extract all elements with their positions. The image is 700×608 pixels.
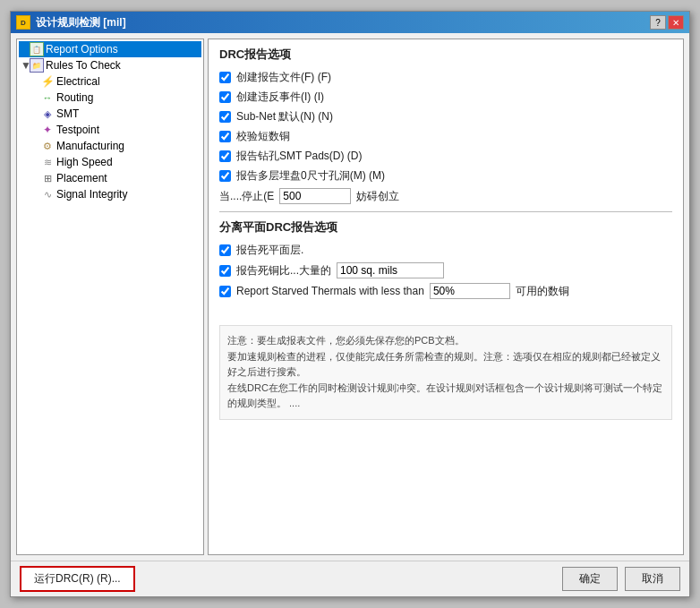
sidebar-item-manufacturing[interactable]: ⚙ Manufacturing [19, 138, 201, 154]
note-box: 注意：要生成报表文件，您必须先保存您的PCB文档。 要加速规则检查的进程，仅使能… [219, 325, 672, 420]
create-report-row: 创建报告文件(F) (F) [219, 70, 672, 85]
stop-value-input[interactable] [279, 188, 351, 204]
note-text: 注意：要生成报表文件，您必须先保存您的PCB文档。 要加速规则检查的进程，仅使能… [227, 333, 664, 412]
main-window: D 设计规则检测 [mil] ? ✕ 📋 Report Options ▼ 📁 … [10, 11, 690, 597]
planes-section-title: 分离平面DRC报告选项 [219, 219, 672, 235]
smt-icon: ◈ [40, 107, 55, 121]
sidebar-item-smt-label: SMT [56, 107, 79, 120]
create-violations-label: 创建违反事件(I) (I) [236, 90, 324, 105]
window-title: 设计规则检测 [mil] [36, 15, 126, 30]
main-content: 📋 Report Options ▼ 📁 Rules To Check ⚡ El… [11, 33, 689, 561]
rules-to-check-icon: 📁 [30, 58, 44, 73]
report-multilayer-row: 报告多层埋盘0尺寸孔洞(M) (M) [219, 168, 672, 184]
report-dead-planes-checkbox[interactable] [219, 244, 231, 256]
window-icon: D [16, 15, 30, 30]
report-starved-large-checkbox[interactable] [219, 265, 231, 277]
stop-label: 当....停止(E [219, 189, 274, 204]
create-violations-checkbox[interactable] [219, 91, 231, 103]
report-multilayer-label: 报告多层埋盘0尺寸孔洞(M) (M) [236, 168, 385, 184]
report-options-icon: 📋 [30, 42, 44, 56]
ok-cancel-group: 确定 取消 [562, 567, 680, 591]
ok-button[interactable]: 确定 [562, 567, 618, 591]
stop-row: 当....停止(E 妨碍创立 [219, 188, 672, 204]
title-bar: D 设计规则检测 [mil] ? ✕ [11, 12, 689, 33]
sidebar-item-high-speed[interactable]: ≋ High Speed [19, 154, 201, 170]
sidebar-item-routing[interactable]: ↔ Routing [19, 90, 201, 106]
report-starved-large-label: 报告死铜比...大量的 [236, 263, 331, 278]
verify-short-label: 校验短数铜 [236, 129, 290, 144]
help-button[interactable]: ? [650, 15, 666, 30]
report-starved-thermals-row: Report Starved Thermals with less than 可… [219, 283, 672, 299]
stop-suffix: 妨碍创立 [356, 189, 399, 204]
report-smt-label: 报告钻孔SMT Pads(D) (D) [236, 149, 362, 164]
sidebar-item-placement-label: Placement [56, 172, 107, 184]
subnet-row: Sub-Net 默认(N) (N) [219, 109, 672, 124]
run-drc-button[interactable]: 运行DRC(R) (R)... [20, 566, 135, 592]
sidebar-item-highspeed-label: High Speed [56, 156, 113, 168]
sidebar-item-report-label: Report Options [46, 43, 118, 56]
testpoint-icon: ✦ [40, 123, 55, 137]
drc-section-title: DRC报告选项 [219, 47, 672, 63]
placement-icon: ⊞ [40, 171, 55, 185]
verify-short-row: 校验短数铜 [219, 129, 672, 144]
bottom-bar: 运行DRC(R) (R)... 确定 取消 [11, 561, 689, 596]
signal-icon: ∿ [40, 187, 55, 201]
sidebar-item-electrical-label: Electrical [56, 75, 100, 88]
report-dead-planes-row: 报告死平面层. [219, 243, 672, 258]
sidebar-item-rules-to-check[interactable]: ▼ 📁 Rules To Check [19, 57, 201, 73]
manufacturing-icon: ⚙ [40, 139, 55, 153]
sidebar-item-routing-label: Routing [56, 91, 93, 104]
routing-icon: ↔ [40, 90, 55, 105]
report-starved-suffix: 可用的数铜 [516, 284, 569, 299]
report-smt-checkbox[interactable] [219, 150, 231, 162]
sidebar-item-manufacturing-label: Manufacturing [56, 140, 124, 152]
sidebar-item-placement[interactable]: ⊞ Placement [19, 170, 201, 186]
create-violations-row: 创建违反事件(I) (I) [219, 90, 672, 105]
highspeed-icon: ≋ [40, 155, 55, 169]
sidebar-item-report-options[interactable]: 📋 Report Options [19, 41, 201, 57]
cancel-button[interactable]: 取消 [625, 567, 680, 591]
title-buttons: ? ✕ [650, 15, 684, 30]
sidebar: 📋 Report Options ▼ 📁 Rules To Check ⚡ El… [16, 39, 204, 555]
report-smt-row: 报告钻孔SMT Pads(D) (D) [219, 149, 672, 164]
separator-1 [219, 211, 672, 212]
create-report-checkbox[interactable] [219, 72, 231, 83]
sidebar-item-signal-integrity[interactable]: ∿ Signal Integrity [19, 186, 201, 202]
report-starved-value-input[interactable] [430, 283, 510, 299]
sidebar-item-testpoint-label: Testpoint [56, 124, 99, 136]
electrical-icon: ⚡ [40, 74, 55, 89]
subnet-checkbox[interactable] [219, 111, 231, 123]
sidebar-item-smt[interactable]: ◈ SMT [19, 106, 201, 122]
report-dead-planes-label: 报告死平面层. [236, 243, 303, 258]
close-button[interactable]: ✕ [668, 15, 684, 30]
sidebar-item-testpoint[interactable]: ✦ Testpoint [19, 122, 201, 138]
report-starved-thermals-label: Report Starved Thermals with less than [236, 285, 424, 297]
sidebar-item-signal-label: Signal Integrity [56, 188, 127, 201]
starved-value-input[interactable] [337, 262, 444, 278]
right-panel: DRC报告选项 创建报告文件(F) (F) 创建违反事件(I) (I) Sub-… [208, 39, 684, 555]
subnet-label: Sub-Net 默认(N) (N) [236, 109, 333, 124]
verify-short-checkbox[interactable] [219, 131, 231, 142]
sidebar-item-rules-label: Rules To Check [46, 59, 121, 72]
create-report-label: 创建报告文件(F) (F) [236, 70, 331, 85]
report-starved-large-row: 报告死铜比...大量的 [219, 262, 672, 278]
report-multilayer-checkbox[interactable] [219, 170, 231, 182]
sidebar-item-electrical[interactable]: ⚡ Electrical [19, 73, 201, 90]
report-starved-thermals-checkbox[interactable] [219, 286, 231, 297]
